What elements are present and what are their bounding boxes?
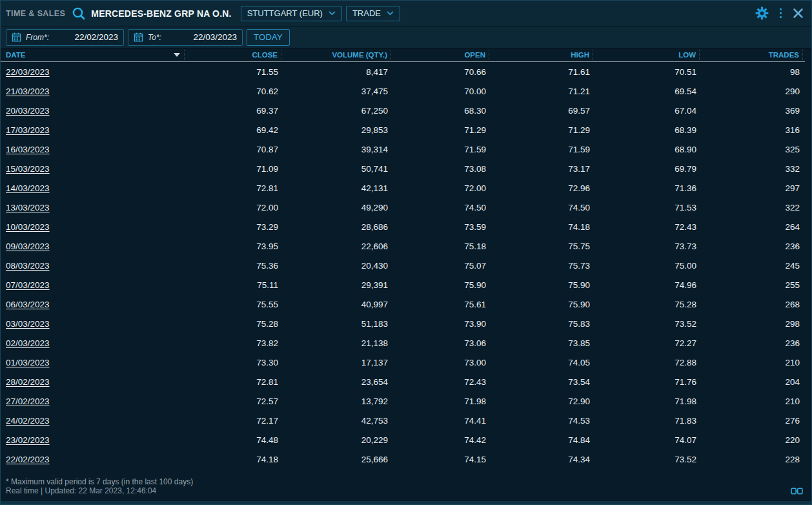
cell-trades: 264 (700, 222, 803, 232)
date-link[interactable]: 16/03/2023 (1, 145, 185, 154)
cell-close: 69.42 (185, 125, 281, 135)
cell-trades: 255 (700, 280, 803, 290)
date-link[interactable]: 02/03/2023 (1, 338, 185, 348)
cell-high: 74.18 (489, 222, 593, 232)
cell-open: 75.61 (391, 300, 489, 309)
cell-open: 74.42 (391, 435, 489, 445)
column-header-open[interactable]: OPEN (391, 50, 489, 60)
column-header-close[interactable]: CLOSE (185, 50, 281, 60)
date-link[interactable]: 22/02/2023 (1, 455, 185, 464)
cell-trades: 276 (700, 416, 803, 426)
column-header-date[interactable]: DATE (1, 50, 185, 60)
cell-volume: 40,997 (281, 300, 391, 309)
cell-trades: 325 (700, 145, 803, 154)
cell-close: 74.18 (185, 455, 281, 464)
date-link[interactable]: 14/03/2023 (1, 183, 185, 193)
column-header-low[interactable]: LOW (593, 50, 700, 60)
date-link[interactable]: 15/03/2023 (1, 164, 185, 174)
date-link[interactable]: 22/03/2023 (1, 67, 185, 77)
cell-trades: 228 (700, 455, 803, 464)
date-link[interactable]: 20/03/2023 (1, 106, 185, 116)
date-filter-bar: From*: 22/02/2023 To*: 22/03/2023 TODAY (1, 26, 811, 48)
time-and-sales-window: TIME & SALES MERCEDES-BENZ GRP NA O.N. S… (0, 0, 812, 505)
cell-close: 72.81 (185, 377, 281, 387)
date-link[interactable]: 17/03/2023 (1, 125, 185, 135)
column-header-high[interactable]: HIGH (489, 50, 593, 60)
column-header-trades[interactable]: TRADES (700, 50, 803, 60)
venue-dropdown[interactable]: STUTTGART (EUR) (241, 6, 342, 21)
cell-volume: 28,686 (281, 222, 391, 232)
date-link[interactable]: 03/03/2023 (1, 319, 185, 329)
date-link[interactable]: 27/02/2023 (1, 397, 185, 406)
cell-high: 74.53 (489, 416, 593, 426)
close-icon[interactable] (793, 8, 804, 19)
window-controls (755, 6, 804, 20)
column-header-label: OPEN (464, 51, 485, 59)
cell-low: 72.88 (593, 358, 700, 367)
cell-trades: 236 (700, 338, 803, 348)
from-date-field[interactable]: From*: 22/02/2023 (6, 29, 124, 46)
sort-desc-icon[interactable] (174, 53, 180, 57)
cell-close: 70.62 (185, 87, 281, 96)
cell-volume: 67,250 (281, 106, 391, 116)
cell-volume: 42,131 (281, 183, 391, 193)
cell-open: 75.18 (391, 242, 489, 251)
cell-trades: 210 (700, 397, 803, 406)
date-link[interactable]: 07/03/2023 (1, 280, 185, 290)
cell-trades: 268 (700, 300, 803, 309)
date-link[interactable]: 08/03/2023 (1, 261, 185, 271)
date-link[interactable]: 06/03/2023 (1, 300, 185, 309)
cell-close: 71.09 (185, 164, 281, 174)
cell-high: 71.21 (489, 87, 593, 96)
cell-low: 72.27 (593, 338, 700, 348)
date-link[interactable]: 24/02/2023 (1, 416, 185, 426)
chevron-down-icon (329, 11, 336, 15)
cell-trades: 236 (700, 242, 803, 251)
instrument-name[interactable]: MERCEDES-BENZ GRP NA O.N. (91, 8, 231, 19)
column-header-volume[interactable]: VOLUME (QTY.) (281, 50, 391, 60)
to-date-label: To*: (148, 33, 161, 42)
cell-trades: 332 (700, 164, 803, 174)
table-row: 28/02/202372.8123,65472.4373.5471.76204 (1, 372, 805, 391)
from-date-value: 22/02/2023 (74, 32, 118, 42)
date-link[interactable]: 10/03/2023 (1, 222, 185, 232)
table-header: DATECLOSEVOLUME (QTY.)OPENHIGHLOWTRADES (1, 48, 805, 62)
cell-open: 71.29 (391, 125, 489, 135)
search-icon[interactable] (72, 6, 86, 21)
to-date-value: 22/03/2023 (193, 32, 237, 42)
cell-high: 75.83 (489, 319, 593, 329)
cell-low: 74.07 (593, 435, 700, 445)
table-row: 13/03/202372.0049,29074.5074.5071.53322 (1, 198, 805, 217)
trade-type-dropdown-label: TRADE (352, 8, 381, 18)
trades-table: DATECLOSEVOLUME (QTY.)OPENHIGHLOWTRADES … (1, 48, 811, 469)
table-row: 08/03/202375.3620,43075.0775.7375.00245 (1, 256, 805, 275)
cell-open: 75.07 (391, 261, 489, 271)
date-link[interactable]: 21/03/2023 (1, 87, 185, 96)
link-channel-icon[interactable] (791, 487, 803, 495)
date-link[interactable]: 13/03/2023 (1, 203, 185, 212)
cell-close: 73.29 (185, 222, 281, 232)
cell-trades: 220 (700, 435, 803, 445)
table-row: 23/02/202374.4820,22974.4274.8474.07220 (1, 430, 805, 449)
date-link[interactable]: 01/03/2023 (1, 358, 185, 367)
more-options-icon[interactable] (778, 7, 784, 20)
settings-gear-icon[interactable] (755, 6, 769, 20)
table-row: 06/03/202375.5540,99775.6175.9075.28268 (1, 294, 805, 314)
cell-trades: 210 (700, 358, 803, 367)
cell-close: 73.30 (185, 358, 281, 367)
cell-open: 70.66 (391, 67, 489, 77)
trade-type-dropdown[interactable]: TRADE (346, 6, 400, 21)
date-link[interactable]: 28/02/2023 (1, 377, 185, 387)
table-row: 17/03/202369.4229,85371.2971.2968.39316 (1, 120, 805, 139)
table-body: 22/03/202371.558,41770.6671.6170.519821/… (1, 62, 805, 469)
date-link[interactable]: 23/02/2023 (1, 435, 185, 445)
cell-high: 74.34 (489, 455, 593, 464)
today-button[interactable]: TODAY (247, 29, 290, 46)
date-link[interactable]: 09/03/2023 (1, 242, 185, 251)
cell-close: 75.11 (185, 280, 281, 290)
cell-close: 72.17 (185, 416, 281, 426)
to-date-field[interactable]: To*: 22/03/2023 (128, 29, 243, 46)
table-row: 20/03/202369.3767,25068.3069.5767.04369 (1, 101, 805, 120)
cell-low: 71.83 (593, 416, 700, 426)
calendar-icon (134, 32, 143, 42)
